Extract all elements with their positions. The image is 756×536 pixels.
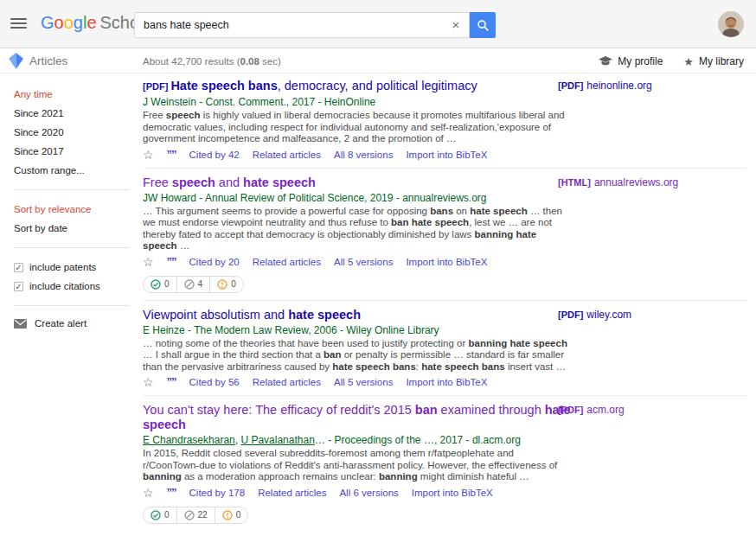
my-profile-label: My profile [618, 55, 663, 67]
result-byline: E Chandrasekharan, U Pavalanathan… - Pro… [143, 434, 573, 446]
create-alert-button[interactable]: Create alert [14, 318, 130, 329]
cite-icon[interactable]: ”” [167, 150, 176, 160]
related-articles-link[interactable]: Related articles [253, 257, 321, 267]
side-link[interactable]: [PDF]heinonline.org [558, 80, 652, 92]
result-snippet: Free speech is highly valued in liberal … [143, 110, 573, 145]
related-articles-link[interactable]: Related articles [258, 488, 326, 498]
cited-by-link[interactable]: Cited by 20 [189, 257, 240, 267]
result-snippet: In 2015, Reddit closed several subreddit… [143, 448, 573, 483]
sidebar: Any time Since 2021 Since 2020 Since 201… [14, 85, 130, 329]
versions-link[interactable]: All 8 versions [334, 150, 393, 160]
related-articles-link[interactable]: Related articles [253, 150, 321, 160]
cite-icon[interactable]: ”” [167, 488, 176, 498]
scite-contrasting: 0 [210, 277, 243, 292]
result-actions: ☆ ”” Cited by 42 Related articles All 8 … [143, 149, 573, 161]
sidebar-filter-link[interactable]: Sort by date [14, 219, 130, 238]
section-label: Articles [29, 54, 67, 67]
cited-by-link[interactable]: Cited by 42 [189, 150, 240, 160]
result-actions: ☆ ”” Cited by 178 Related articles All 6… [143, 487, 573, 499]
menu-button[interactable] [10, 18, 27, 29]
menu-bar [10, 18, 27, 20]
avatar[interactable] [718, 11, 744, 37]
bibtex-link[interactable]: Import into BibTeX [406, 377, 487, 387]
articles-dropdown-icon[interactable] [9, 53, 23, 72]
my-library-link[interactable]: ★ My library [683, 55, 744, 67]
bibtex-link[interactable]: Import into BibTeX [406, 150, 487, 160]
scite-contrasting: 0 [215, 507, 248, 523]
checkbox-icon[interactable]: ✓ [14, 263, 23, 272]
save-icon[interactable]: ☆ [143, 376, 154, 388]
star-icon: ★ [683, 56, 694, 67]
sidebar-filter-link[interactable]: Custom range... [14, 161, 130, 180]
scite-supporting: 0 [144, 507, 177, 523]
related-articles-link[interactable]: Related articles [253, 377, 321, 387]
menu-bar [10, 27, 27, 29]
search-button[interactable] [470, 12, 496, 38]
result-main: Viewpoint absolutism and hate speech E H… [143, 308, 573, 389]
side-link[interactable]: [PDF]acm.org [558, 404, 625, 416]
alert-circle-icon [217, 279, 227, 290]
graduation-cap-icon [599, 56, 612, 67]
result-actions: ☆ ”” Cited by 56 Related articles All 5 … [143, 376, 573, 388]
search-bar: × [134, 12, 496, 38]
save-icon[interactable]: ☆ [143, 487, 154, 499]
cite-icon[interactable]: ”” [167, 257, 176, 267]
result-title[interactable]: Free speech and hate speech [143, 175, 573, 190]
my-library-label: My library [699, 55, 744, 67]
sidebar-filter-link[interactable]: Sort by relevance [14, 200, 130, 219]
create-alert-label: Create alert [35, 318, 86, 329]
result-title[interactable]: Viewpoint absolutism and hate speech [143, 308, 573, 322]
sidebar-checkbox-row[interactable]: ✓ include patents [14, 258, 130, 277]
search-result: Viewpoint absolutism and hate speech E H… [143, 301, 746, 397]
cited-by-link[interactable]: Cited by 56 [189, 377, 240, 387]
checkbox-label: include citations [29, 277, 100, 296]
side-link[interactable]: [PDF]wiley.com [558, 309, 631, 321]
scite-mentioning: 22 [177, 507, 215, 523]
result-title[interactable]: [PDF] Hate speech bans, democracy, and p… [143, 79, 573, 94]
result-actions: ☆ ”” Cited by 20 Related articles All 5 … [143, 256, 573, 268]
sidebar-checkbox-row[interactable]: ✓ include citations [14, 277, 130, 296]
search-result: [PDF] Hate speech bans, democracy, and p… [143, 72, 746, 169]
sidebar-filter-link[interactable]: Any time [14, 85, 130, 104]
cited-by-link[interactable]: Cited by 178 [189, 488, 246, 498]
scite-mentioning: 4 [177, 277, 211, 292]
sort-option-group: Sort by relevance Sort by date [14, 200, 130, 238]
avatar-photo [718, 11, 744, 37]
result-snippet: … noting some of the theories that have … [143, 338, 573, 373]
result-byline: J Weinstein - Const. Comment., 2017 - He… [143, 96, 573, 108]
side-link[interactable]: [HTML]annualreviews.org [558, 176, 678, 188]
save-icon[interactable]: ☆ [143, 149, 154, 161]
results-list: [PDF] Hate speech bans, democracy, and p… [143, 72, 746, 531]
alert-circle-icon [222, 510, 233, 520]
my-profile-link[interactable]: My profile [599, 55, 663, 67]
bibtex-link[interactable]: Import into BibTeX [406, 257, 487, 267]
slash-circle-icon [184, 279, 195, 290]
versions-link[interactable]: All 5 versions [334, 257, 393, 267]
bibtex-link[interactable]: Import into BibTeX [412, 488, 493, 498]
versions-link[interactable]: All 6 versions [339, 488, 398, 498]
envelope-icon [14, 319, 27, 329]
versions-link[interactable]: All 5 versions [334, 377, 393, 387]
divider [14, 305, 130, 306]
search-icon [477, 19, 490, 32]
save-icon[interactable]: ☆ [143, 256, 154, 268]
clear-search-icon[interactable]: × [449, 17, 463, 32]
search-input[interactable] [134, 12, 470, 38]
scite-badge[interactable]: 0 4 0 [143, 276, 244, 293]
logo-google-text: Google [41, 13, 97, 32]
scite-badge[interactable]: 0 22 0 [143, 507, 248, 524]
divider [14, 189, 130, 190]
toggle-group: ✓ include patents ✓ include citations [14, 258, 130, 296]
result-main: You can't stay here: The efficacy of red… [143, 403, 573, 524]
sidebar-filter-link[interactable]: Since 2017 [14, 142, 130, 161]
result-main: Free speech and hate speech JW Howard - … [143, 175, 573, 293]
search-result: Free speech and hate speech JW Howard - … [143, 169, 746, 301]
divider [14, 247, 130, 248]
cite-icon[interactable]: ”” [167, 377, 176, 387]
sidebar-filter-link[interactable]: Since 2020 [14, 123, 130, 142]
result-title[interactable]: You can't stay here: The efficacy of red… [143, 403, 573, 432]
checkbox-icon[interactable]: ✓ [14, 282, 23, 291]
sidebar-filter-link[interactable]: Since 2021 [14, 104, 130, 123]
check-circle-icon [151, 279, 161, 290]
profile-links: My profile ★ My library [599, 55, 744, 67]
